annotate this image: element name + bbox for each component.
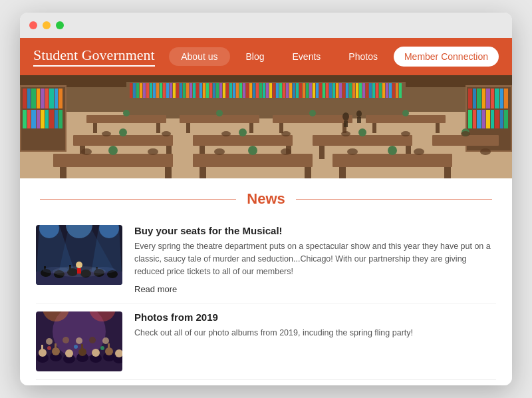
svg-rect-114 [362, 83, 365, 98]
svg-rect-59 [180, 83, 182, 98]
svg-point-139 [216, 110, 223, 116]
svg-point-175 [81, 148, 92, 155]
svg-rect-8 [37, 89, 40, 108]
minimize-button[interactable] [43, 21, 51, 29]
svg-rect-93 [293, 83, 295, 98]
svg-rect-95 [299, 83, 302, 98]
svg-rect-68 [209, 83, 212, 98]
svg-rect-52 [156, 83, 159, 98]
svg-rect-72 [223, 83, 225, 98]
svg-rect-33 [504, 89, 508, 108]
svg-rect-65 [200, 83, 202, 98]
svg-rect-134 [279, 123, 283, 133]
svg-rect-84 [263, 83, 265, 98]
svg-rect-91 [286, 83, 289, 98]
svg-point-176 [148, 148, 158, 155]
svg-rect-145 [432, 135, 499, 146]
nav-blog[interactable]: Blog [234, 47, 277, 66]
svg-rect-74 [229, 83, 232, 98]
browser-chrome [20, 13, 512, 38]
svg-point-153 [239, 128, 247, 136]
member-connection-button[interactable]: Member Connection [394, 47, 499, 67]
svg-rect-56 [170, 83, 172, 98]
svg-point-233 [46, 338, 53, 345]
svg-point-171 [281, 131, 291, 136]
svg-point-140 [309, 110, 316, 116]
svg-rect-78 [243, 83, 245, 98]
svg-rect-115 [366, 83, 368, 98]
svg-rect-51 [153, 83, 156, 98]
svg-rect-111 [352, 83, 355, 98]
svg-rect-41 [500, 110, 503, 128]
news-header: News [20, 178, 512, 217]
svg-point-172 [341, 131, 350, 136]
svg-rect-124 [396, 83, 398, 98]
read-more-link[interactable]: Read more [134, 284, 177, 294]
svg-rect-79 [246, 83, 249, 98]
svg-rect-101 [319, 83, 322, 98]
svg-rect-90 [283, 83, 285, 98]
svg-rect-227 [55, 343, 57, 351]
svg-rect-17 [37, 110, 40, 128]
svg-rect-53 [160, 83, 162, 98]
maximize-button[interactable] [56, 21, 64, 29]
svg-rect-132 [186, 123, 190, 133]
svg-rect-15 [27, 110, 31, 128]
content-area: News [20, 178, 512, 385]
svg-rect-104 [329, 83, 332, 98]
svg-point-152 [119, 128, 127, 136]
svg-rect-118 [376, 83, 378, 98]
svg-rect-92 [289, 83, 292, 98]
svg-point-179 [347, 148, 358, 155]
news-items: Buy your seats for the Musical! Every sp… [20, 217, 512, 385]
svg-rect-22 [59, 110, 63, 128]
svg-point-141 [402, 110, 409, 116]
svg-point-236 [89, 337, 96, 343]
svg-rect-6 [27, 89, 31, 108]
close-button[interactable] [29, 21, 37, 29]
nav-photos[interactable]: Photos [336, 47, 390, 66]
news-thumbnail [36, 311, 122, 371]
svg-rect-20 [49, 110, 54, 128]
svg-rect-133 [249, 123, 253, 133]
svg-rect-185 [357, 117, 361, 123]
svg-rect-38 [486, 110, 490, 128]
svg-rect-107 [339, 83, 342, 98]
svg-rect-112 [356, 83, 358, 98]
svg-rect-88 [276, 83, 279, 98]
svg-rect-12 [55, 89, 58, 108]
svg-rect-125 [399, 83, 402, 98]
svg-rect-47 [140, 83, 142, 98]
svg-rect-7 [31, 89, 36, 108]
svg-rect-49 [146, 83, 149, 98]
svg-point-174 [461, 131, 470, 136]
svg-point-221 [65, 349, 73, 357]
svg-rect-120 [382, 83, 385, 98]
svg-rect-63 [193, 83, 196, 98]
svg-point-165 [108, 146, 118, 155]
nav-about[interactable]: About us [169, 47, 229, 66]
news-item: Photos from 2019 Check out all of our ph… [36, 303, 496, 380]
svg-rect-110 [349, 83, 352, 98]
news-body: Buy your seats for the Musical! Every sp… [134, 225, 496, 295]
svg-rect-102 [323, 83, 325, 98]
svg-rect-94 [296, 83, 299, 98]
svg-rect-25 [468, 89, 472, 108]
svg-rect-89 [279, 83, 282, 98]
nav-events[interactable]: Events [281, 47, 333, 66]
svg-rect-35 [473, 110, 476, 128]
svg-rect-13 [59, 89, 63, 108]
svg-rect-10 [45, 89, 49, 108]
svg-rect-44 [130, 83, 132, 98]
svg-rect-55 [166, 83, 169, 98]
news-item-text: Every spring the theatre department puts… [134, 240, 496, 278]
news-left-line [40, 199, 236, 200]
svg-rect-9 [41, 89, 45, 108]
site-logo[interactable]: Student Government [33, 47, 155, 67]
svg-rect-83 [259, 83, 262, 98]
svg-point-180 [414, 148, 424, 155]
browser-content: Student Government About us Blog Events … [20, 38, 512, 385]
svg-rect-130 [93, 123, 97, 133]
svg-rect-16 [31, 110, 36, 128]
svg-rect-106 [336, 83, 338, 98]
